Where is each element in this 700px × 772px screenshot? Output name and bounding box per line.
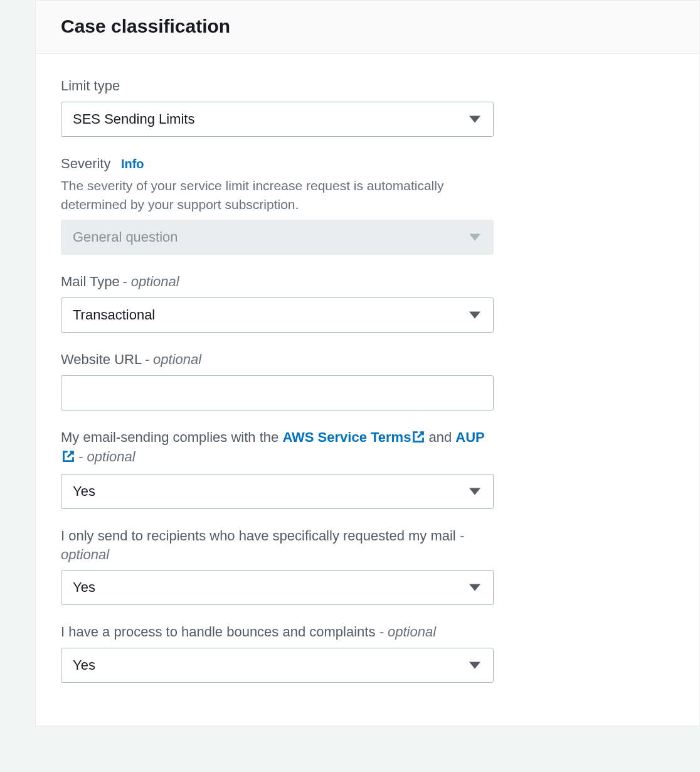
compliance-value: Yes <box>73 483 95 500</box>
website-url-optional: - optional <box>145 351 202 367</box>
chevron-down-icon <box>469 234 480 241</box>
severity-value: General question <box>73 229 178 245</box>
severity-help-text: The severity of your service limit incre… <box>61 176 494 213</box>
chevron-down-icon <box>469 584 480 591</box>
compliance-group: My email-sending complies with the AWS S… <box>61 428 494 509</box>
severity-group: Severity Info The severity of your servi… <box>61 154 494 255</box>
compliance-select[interactable]: Yes <box>61 474 494 509</box>
compliance-label-pre: My email-sending complies with the <box>61 429 282 445</box>
external-link-icon <box>62 449 75 468</box>
recipients-select[interactable]: Yes <box>61 570 494 605</box>
recipients-value: Yes <box>73 579 95 596</box>
bounces-optional: - optional <box>375 624 436 640</box>
compliance-optional: - optional <box>75 449 135 464</box>
mail-type-optional: - optional <box>122 274 179 289</box>
severity-info-link[interactable]: Info <box>121 157 144 171</box>
bounces-group: I have a process to handle bounces and c… <box>61 623 494 683</box>
severity-select: General question <box>61 220 494 255</box>
mail-type-label: Mail Type <box>61 274 120 289</box>
limit-type-label: Limit type <box>61 78 120 94</box>
mail-type-select[interactable]: Transactional <box>61 298 494 333</box>
compliance-label-mid: and <box>425 429 455 445</box>
website-url-input[interactable] <box>61 375 494 410</box>
case-classification-panel: Case classification Limit type SES Sendi… <box>35 0 700 726</box>
recipients-label: I only send to recipients who have speci… <box>61 528 456 544</box>
left-gutter <box>0 0 35 726</box>
panel-header: Case classification <box>36 1 699 54</box>
mail-type-value: Transactional <box>73 307 155 323</box>
website-url-label: Website URL <box>61 351 142 367</box>
external-link-icon <box>412 429 425 448</box>
limit-type-value: SES Sending Limits <box>73 111 194 127</box>
bounces-select[interactable]: Yes <box>61 648 494 683</box>
bounces-value: Yes <box>73 657 95 673</box>
panel-title: Case classification <box>61 16 674 37</box>
limit-type-select[interactable]: SES Sending Limits <box>61 102 494 137</box>
chevron-down-icon <box>469 311 480 318</box>
chevron-down-icon <box>469 115 480 122</box>
mail-type-group: Mail Type - optional Transactional <box>61 272 494 333</box>
chevron-down-icon <box>469 488 480 495</box>
bounces-label: I have a process to handle bounces and c… <box>61 624 375 640</box>
chevron-down-icon <box>469 662 480 668</box>
recipients-group: I only send to recipients who have speci… <box>61 527 494 605</box>
aws-service-terms-link[interactable]: AWS Service Terms <box>282 429 425 445</box>
panel-body: Limit type SES Sending Limits Severity I… <box>36 54 699 726</box>
limit-type-group: Limit type SES Sending Limits <box>61 77 494 137</box>
severity-label: Severity <box>61 156 110 171</box>
website-url-group: Website URL - optional <box>61 350 494 410</box>
